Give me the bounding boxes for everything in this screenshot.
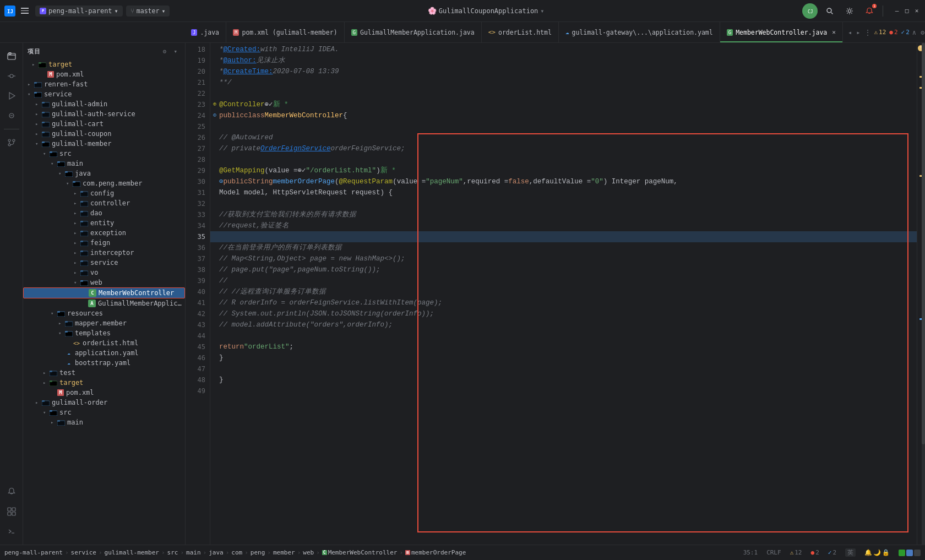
tab-options[interactable]: ⋮: [863, 29, 873, 36]
sidebar-icon-notifications[interactable]: [3, 483, 20, 501]
tree-item-service-sub[interactable]: ▸ service: [23, 258, 185, 268]
sidebar-icon-git[interactable]: [3, 134, 20, 151]
tree-item-order[interactable]: ▸ gulimall-order: [23, 398, 185, 407]
tree-arrow: ▸: [35, 101, 42, 107]
scrollbar-thumb[interactable]: [922, 43, 925, 444]
tree-item-src[interactable]: ▾ src: [23, 149, 185, 159]
bc-member[interactable]: gulimall-member: [105, 549, 159, 556]
tab-settings[interactable]: ⚙: [919, 29, 925, 36]
tab-orderlist[interactable]: <> orderList.html: [482, 22, 559, 42]
tree-item-target[interactable]: ▸ target: [23, 59, 185, 69]
tree-item-gulimall-app[interactable]: A GulimallMemberApplication: [23, 298, 185, 308]
folder-open-icon: [57, 310, 65, 317]
status-right: 35:1 CRLF ⚠ 12 ● 2 ✓ 2 英 🔔 🌙 🔒: [743, 548, 921, 557]
code-line-47: [210, 363, 917, 374]
tree-arrow: ▸: [32, 62, 39, 67]
close-button[interactable]: ✕: [913, 7, 921, 15]
branch-selector[interactable]: ⑂ master ▾: [126, 6, 170, 17]
app-title-area[interactable]: 🌸 GulimallCouponApplication ▾: [428, 7, 545, 15]
code-line-19: * @author: 见沫止水: [210, 55, 917, 66]
tree-item-coupon[interactable]: ▸ gulimall-coupon: [23, 129, 185, 139]
tree-item-java-dir[interactable]: ▾ java: [23, 168, 185, 178]
tree-item-web[interactable]: ▾ web: [23, 278, 185, 287]
tree-item-bootstrap-yaml[interactable]: ☁ bootstrap.yaml: [23, 358, 185, 368]
bc-web[interactable]: web: [303, 549, 314, 556]
scrollbar-track[interactable]: [922, 43, 925, 545]
tree-item-member[interactable]: ▾ gulimall-member: [23, 139, 185, 149]
tree-item-test[interactable]: ▸ test: [23, 368, 185, 378]
svg-rect-63: [80, 201, 83, 203]
svg-marker-12: [9, 93, 15, 99]
search-button[interactable]: [822, 3, 837, 19]
tree-item-member-controller[interactable]: C MemberWebController: [23, 287, 185, 298]
folder-icon: [50, 379, 57, 386]
tab-close[interactable]: ✕: [832, 29, 836, 36]
svg-rect-93: [65, 321, 68, 323]
tree-item-cart[interactable]: ▸ gulimall-cart: [23, 119, 185, 129]
fix-count: ✓ 2: [828, 549, 836, 556]
tree-item-dao[interactable]: ▸ dao: [23, 208, 185, 218]
bc-java[interactable]: java: [209, 549, 224, 556]
bc-project[interactable]: peng-mall-parent: [4, 549, 63, 556]
tree-item-main[interactable]: ▾ main: [23, 159, 185, 168]
bc-service[interactable]: service: [71, 549, 96, 556]
sidebar-icon-run[interactable]: [3, 87, 20, 105]
tree-item-vo[interactable]: ▸ vo: [23, 268, 185, 278]
bc-member-sub[interactable]: member: [273, 549, 295, 556]
tree-item-pom2[interactable]: M pom.xml: [23, 388, 185, 398]
tree-item-controller[interactable]: ▸ controller: [23, 198, 185, 208]
avatar-button[interactable]: CJ: [802, 3, 818, 19]
minimize-button[interactable]: —: [893, 7, 901, 15]
tree-gear-button[interactable]: ⚙: [160, 46, 170, 56]
tree-item-src2[interactable]: ▾ src: [23, 407, 185, 417]
tree-item-service[interactable]: ▾ service: [23, 89, 185, 99]
tree-item-resources[interactable]: ▾ resources: [23, 308, 185, 318]
sidebar-icon-debug[interactable]: [3, 107, 20, 124]
tree-item-admin[interactable]: ▸ gulimall-admin: [23, 99, 185, 109]
tree-item-pom[interactable]: M pom.xml: [23, 69, 185, 79]
bc-com[interactable]: com: [231, 549, 242, 556]
tree-item-feign[interactable]: ▸ feign: [23, 238, 185, 248]
tree-chevron-button[interactable]: ▾: [171, 46, 181, 56]
sidebar-icon-plugins[interactable]: [3, 503, 20, 520]
tree-item-app-yaml[interactable]: ☁ application.yaml: [23, 348, 185, 358]
bc-class[interactable]: C MemberWebController: [322, 549, 398, 556]
sidebar-icon-commit[interactable]: [3, 67, 20, 85]
bc-peng[interactable]: peng: [251, 549, 265, 556]
tab-java[interactable]: J .java: [184, 22, 226, 42]
tree-item-config[interactable]: ▸ config: [23, 188, 185, 198]
tab-pom[interactable]: M pom.xml (gulimall-member): [226, 22, 345, 42]
tree-item-target2[interactable]: ▸ target: [23, 378, 185, 388]
hamburger-button[interactable]: [19, 4, 32, 18]
tab-gulimall-app[interactable]: G GulimallMemberApplication.java: [345, 22, 482, 42]
tab-scroll-left[interactable]: ◂: [846, 29, 853, 36]
tab-application-yaml[interactable]: ☁ gulimall-gateway\...\application.yaml: [559, 22, 720, 42]
settings-button[interactable]: [842, 3, 857, 19]
notifications-button[interactable]: 1: [862, 3, 877, 19]
tab-scroll-right[interactable]: ▸: [855, 29, 862, 36]
tree-item-exception[interactable]: ▸ exception: [23, 228, 185, 238]
tree-item-main2[interactable]: ▸ main: [23, 417, 185, 427]
sidebar-icon-project[interactable]: [3, 47, 20, 65]
tree-label-vo: vo: [90, 269, 185, 276]
bc-src[interactable]: src: [167, 549, 178, 556]
tab-expand[interactable]: ∧: [911, 29, 918, 36]
maximize-button[interactable]: □: [903, 7, 911, 15]
tree-item-templates[interactable]: ▾ templates: [23, 328, 185, 338]
tree-item-com-peng[interactable]: ▾ com.peng.member: [23, 178, 185, 188]
bc-main[interactable]: main: [186, 549, 201, 556]
svg-rect-96: [65, 331, 68, 333]
tree-item-mapper[interactable]: ▸ mapper.member: [23, 318, 185, 328]
tree-item-orderlist-html[interactable]: <> orderList.html: [23, 338, 185, 348]
bc-method[interactable]: m memberOrderPage: [405, 549, 466, 556]
sidebar-icon-terminal[interactable]: [3, 523, 20, 540]
tab-member-controller[interactable]: G MemberWebController.java ✕: [720, 22, 843, 42]
svg-rect-90: [57, 311, 60, 313]
tree-item-entity[interactable]: ▸ entity: [23, 218, 185, 228]
tree-item-renren[interactable]: ▸ renren-fast: [23, 79, 185, 89]
code-area[interactable]: ⊕ ⊙ * @Created: with IntelliJ IDEA. * @a…: [210, 43, 917, 545]
project-selector[interactable]: P peng-mall-parent ▾: [35, 6, 123, 17]
code-line-40: // //远程查询订单服务订单数据: [210, 286, 917, 297]
tree-item-interceptor[interactable]: ▸ interceptor: [23, 248, 185, 258]
tree-item-auth[interactable]: ▸ gulimall-auth-service: [23, 109, 185, 119]
